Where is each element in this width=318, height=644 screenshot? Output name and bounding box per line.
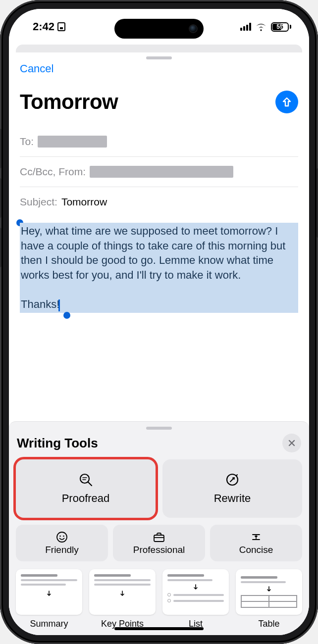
rewrite-button[interactable]: Rewrite xyxy=(162,459,302,518)
svg-rect-8 xyxy=(154,535,164,542)
home-indicator[interactable] xyxy=(114,627,204,630)
to-label: To: xyxy=(20,136,34,148)
arrow-down-icon xyxy=(192,584,199,591)
summary-preview xyxy=(16,569,82,615)
selection-handle-end[interactable] xyxy=(63,312,70,319)
send-button[interactable] xyxy=(275,91,298,113)
keypoints-preview xyxy=(89,569,156,615)
status-time: 2:42 xyxy=(33,20,54,33)
compose-sheet: Cancel Tomorrow To: Cc/Bcc, From: xyxy=(9,52,309,635)
cancel-button[interactable]: Cancel xyxy=(20,62,53,75)
sheet-grabber[interactable] xyxy=(146,56,172,59)
arrow-down-icon xyxy=(265,586,272,593)
subject-field[interactable]: Subject: Tomorrow xyxy=(20,187,298,217)
text-caret xyxy=(58,299,60,311)
subject-value: Tomorrow xyxy=(61,196,107,208)
from-value-redacted xyxy=(90,166,233,178)
friendly-button[interactable]: Friendly xyxy=(16,525,108,561)
keypoints-button[interactable]: Key Points xyxy=(89,569,156,629)
panel-grabber[interactable] xyxy=(146,427,172,430)
cc-bcc-from-field[interactable]: Cc/Bcc, From: xyxy=(20,157,298,187)
arrow-down-icon xyxy=(46,590,53,597)
magnifier-icon xyxy=(78,472,93,487)
message-body[interactable]: Hey, what time are we supposed to meet t… xyxy=(20,223,298,313)
writing-tools-title: Writing Tools xyxy=(17,436,98,451)
cellular-signal-icon xyxy=(240,23,251,31)
concise-button[interactable]: Concise xyxy=(210,525,302,561)
concise-icon xyxy=(250,531,262,543)
summary-label: Summary xyxy=(30,619,68,629)
svg-line-1 xyxy=(88,482,92,486)
arrow-down-icon xyxy=(119,590,126,597)
summary-button[interactable]: Summary xyxy=(16,569,82,629)
close-button[interactable] xyxy=(282,434,301,452)
svg-point-7 xyxy=(63,535,64,537)
front-camera xyxy=(190,25,197,32)
proofread-button[interactable]: Proofread xyxy=(16,459,156,518)
svg-point-5 xyxy=(57,532,67,542)
arrow-up-icon xyxy=(281,96,293,108)
smile-icon xyxy=(56,531,68,543)
subject-label: Subject: xyxy=(20,196,57,208)
to-value-redacted xyxy=(38,136,107,148)
battery-indicator: 55 xyxy=(271,22,291,32)
compose-title: Tomorrow xyxy=(20,90,118,114)
svg-point-6 xyxy=(59,535,61,537)
table-label: Table xyxy=(258,619,279,629)
list-button[interactable]: List xyxy=(162,569,229,629)
writing-tools-panel: Writing Tools Proofread xyxy=(9,421,309,635)
table-preview xyxy=(236,569,302,615)
dynamic-island xyxy=(114,19,204,39)
battery-percent: 55 xyxy=(276,23,283,30)
volume-down-button xyxy=(0,228,1,267)
table-button[interactable]: Table xyxy=(236,569,302,629)
screen: 2:42 55 Cancel Tomor xyxy=(9,9,309,635)
message-body-text[interactable]: Hey, what time are we supposed to meet t… xyxy=(20,223,298,313)
rewrite-icon xyxy=(225,472,240,487)
proofread-label: Proofread xyxy=(62,492,110,505)
wifi-icon xyxy=(255,22,267,31)
to-field[interactable]: To: xyxy=(20,127,298,157)
rewrite-label: Rewrite xyxy=(214,492,251,505)
privacy-indicator-icon xyxy=(57,22,65,31)
briefcase-icon xyxy=(153,531,165,543)
close-icon xyxy=(288,439,296,447)
concise-label: Concise xyxy=(239,545,273,555)
phone-frame: 2:42 55 Cancel Tomor xyxy=(0,0,318,644)
list-preview xyxy=(162,569,229,615)
side-button xyxy=(0,129,1,168)
professional-button[interactable]: Professional xyxy=(113,525,205,561)
professional-label: Professional xyxy=(133,545,185,555)
friendly-label: Friendly xyxy=(45,545,79,555)
volume-up-button xyxy=(0,178,1,218)
cc-bcc-from-label: Cc/Bcc, From: xyxy=(20,166,86,178)
